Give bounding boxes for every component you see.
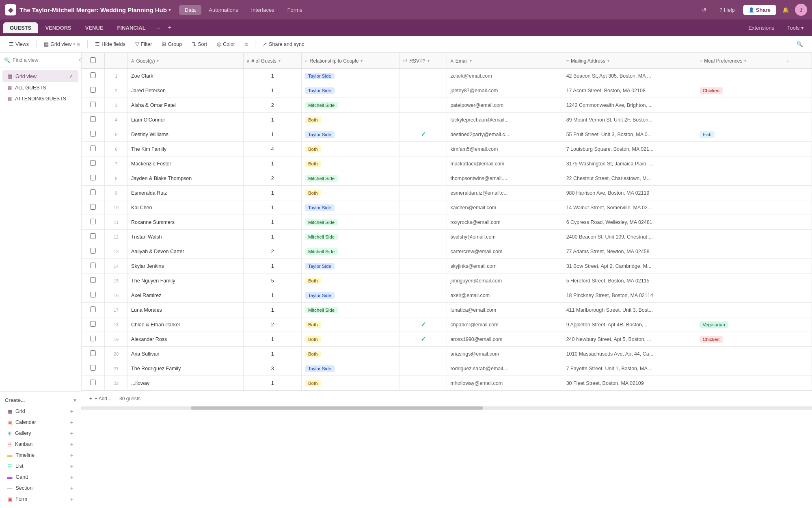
col-header-count[interactable]: # # of Guests ▾ — [244, 53, 302, 69]
guest-name-cell[interactable]: Roxanne Summers — [128, 215, 244, 230]
row-checkbox-cell[interactable] — [82, 69, 105, 83]
col-header-meal[interactable]: ○ Meal Preferences ▾ — [696, 53, 783, 69]
row-checkbox-cell[interactable] — [82, 230, 105, 244]
row-checkbox-cell[interactable] — [82, 303, 105, 317]
row-checkbox[interactable] — [90, 292, 96, 297]
row-checkbox[interactable] — [90, 306, 96, 312]
col-header-relationship[interactable]: ○ Relationship to Couple ▾ — [301, 53, 400, 69]
guest-name-cell[interactable]: ...lloway — [128, 376, 244, 391]
row-checkbox[interactable] — [90, 321, 96, 327]
row-checkbox[interactable] — [90, 263, 96, 268]
avatar[interactable]: J — [795, 4, 807, 16]
row-checkbox[interactable] — [90, 189, 96, 195]
add-row-button[interactable]: + + Add... — [86, 394, 114, 403]
search-button[interactable]: 🔍 — [793, 39, 807, 49]
col-header-address[interactable]: ≡ Mailing Address ▾ — [563, 53, 696, 69]
create-gantt[interactable]: ▬ Gantt + — [2, 472, 78, 482]
row-checkbox-cell[interactable] — [82, 171, 105, 186]
col-header-rsvp[interactable]: ☑ RSVP? ▾ — [400, 53, 447, 69]
row-checkbox-cell[interactable] — [82, 200, 105, 215]
notification-button[interactable]: 🔔 — [780, 4, 792, 16]
guest-name-cell[interactable]: Aaliyah & Devon Carter — [128, 244, 244, 259]
col-header-add[interactable]: + — [783, 53, 812, 69]
guest-name-cell[interactable]: Luna Morales — [128, 303, 244, 317]
row-checkbox[interactable] — [90, 277, 96, 283]
horizontal-scrollbar[interactable] — [81, 406, 812, 410]
guest-name-cell[interactable]: The Rodriguez Family — [128, 361, 244, 376]
row-checkbox[interactable] — [90, 160, 96, 166]
row-checkbox[interactable] — [90, 248, 96, 254]
nav-tab-data[interactable]: Data — [179, 5, 201, 15]
select-all-checkbox[interactable] — [90, 57, 96, 63]
row-checkbox[interactable] — [90, 204, 96, 210]
share-sync-button[interactable]: ↗ Share and sync — [259, 39, 308, 49]
col-header-email[interactable]: A Email ▾ — [447, 53, 563, 69]
row-checkbox[interactable] — [90, 131, 96, 137]
group-button[interactable]: ⊞ Group — [158, 39, 186, 49]
create-section[interactable]: — Section + — [2, 483, 78, 493]
guest-name-cell[interactable]: Aisha & Omar Patel — [128, 98, 244, 113]
sort-button[interactable]: ⇅ Sort — [188, 39, 211, 49]
sidebar-search-input[interactable] — [13, 57, 76, 63]
row-checkbox-cell[interactable] — [82, 98, 105, 113]
create-gallery[interactable]: ⊞ Gallery + — [2, 428, 78, 439]
guest-name-cell[interactable]: Esmeralda Ruiz — [128, 186, 244, 200]
row-height-button[interactable]: ≡ — [241, 39, 252, 49]
col-header-guest[interactable]: A Guest(s) ▾ — [128, 53, 244, 69]
filter-button[interactable]: ▽ Filter — [131, 39, 156, 49]
row-checkbox-cell[interactable] — [82, 288, 105, 303]
guest-name-cell[interactable]: Destiny Williams — [128, 127, 244, 142]
tab-add[interactable]: + — [164, 22, 175, 34]
row-checkbox[interactable] — [90, 219, 96, 224]
guest-name-cell[interactable]: Liam O'Connor — [128, 113, 244, 127]
tab-guests[interactable]: GUESTS — [3, 22, 38, 33]
create-timeline[interactable]: ▬ Timeline + — [2, 450, 78, 460]
guest-name-cell[interactable]: Zoe Clark — [128, 69, 244, 83]
row-checkbox[interactable] — [90, 102, 96, 107]
row-checkbox[interactable] — [90, 350, 96, 356]
col-header-checkbox[interactable] — [82, 53, 105, 69]
tab-more[interactable]: ··· — [153, 22, 164, 33]
guest-name-cell[interactable]: Jared Peterson — [128, 83, 244, 98]
help-button[interactable]: ? Help — [715, 5, 740, 15]
history-button[interactable]: ↺ — [697, 5, 711, 15]
hide-fields-button[interactable]: ☰ Hide fields — [91, 39, 129, 49]
row-checkbox[interactable] — [90, 145, 96, 151]
row-checkbox-cell[interactable] — [82, 244, 105, 259]
scrollbar-thumb[interactable] — [191, 406, 483, 410]
create-section-header[interactable]: Create... ▾ — [0, 395, 81, 406]
row-checkbox-cell[interactable] — [82, 156, 105, 171]
create-list[interactable]: ☰ List + — [2, 461, 78, 471]
guest-name-cell[interactable]: Alexander Ross — [128, 332, 244, 347]
guest-name-cell[interactable]: Axel Ramirez — [128, 288, 244, 303]
row-checkbox-cell[interactable] — [82, 142, 105, 156]
guest-name-cell[interactable]: Tristan Walsh — [128, 230, 244, 244]
row-checkbox-cell[interactable] — [82, 215, 105, 230]
extensions-button[interactable]: Extensions — [743, 23, 779, 33]
create-grid[interactable]: ▦ Grid + — [2, 406, 78, 417]
tab-vendors[interactable]: VENDORS — [39, 22, 78, 33]
nav-tab-automations[interactable]: Automations — [203, 5, 244, 15]
guest-name-cell[interactable]: The Kim Family — [128, 142, 244, 156]
sidebar-item-all-guests[interactable]: ▦ ALL GUESTS — [2, 82, 78, 93]
row-checkbox-cell[interactable] — [82, 274, 105, 288]
row-checkbox-cell[interactable] — [82, 259, 105, 274]
row-checkbox-cell[interactable] — [82, 113, 105, 127]
row-checkbox-cell[interactable] — [82, 186, 105, 200]
row-checkbox[interactable] — [90, 175, 96, 180]
sidebar-item-attending-guests[interactable]: ▦ ATTENDING GUESTS — [2, 93, 78, 104]
tools-button[interactable]: Tools ▾ — [782, 23, 809, 33]
create-calendar[interactable]: ▣ Calendar + — [2, 417, 78, 428]
row-checkbox[interactable] — [90, 336, 96, 341]
row-checkbox-cell[interactable] — [82, 376, 105, 391]
row-checkbox[interactable] — [90, 380, 96, 385]
row-checkbox[interactable] — [90, 72, 96, 78]
grid-view-button[interactable]: ▦ Grid view ▾ ⊞ — [40, 39, 84, 49]
create-kanban[interactable]: ⊟ Kanban + — [2, 439, 78, 449]
tab-venue[interactable]: VENUE — [79, 22, 110, 33]
row-checkbox[interactable] — [90, 87, 96, 93]
guest-name-cell[interactable]: Chloe & Ethan Parker — [128, 317, 244, 332]
views-button[interactable]: ☰ Views — [5, 39, 33, 49]
guest-name-cell[interactable]: Aria Sullivan — [128, 347, 244, 361]
row-checkbox-cell[interactable] — [82, 83, 105, 98]
